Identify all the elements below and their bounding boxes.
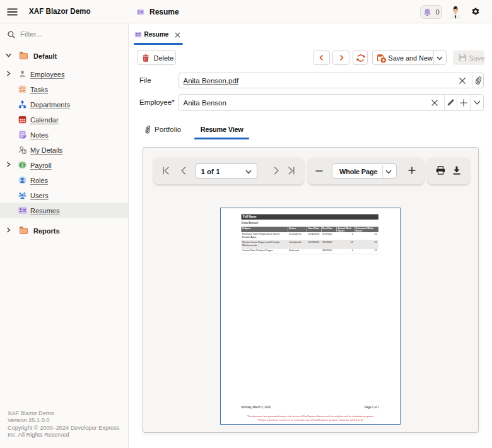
svg-text:$: $ <box>21 163 24 168</box>
